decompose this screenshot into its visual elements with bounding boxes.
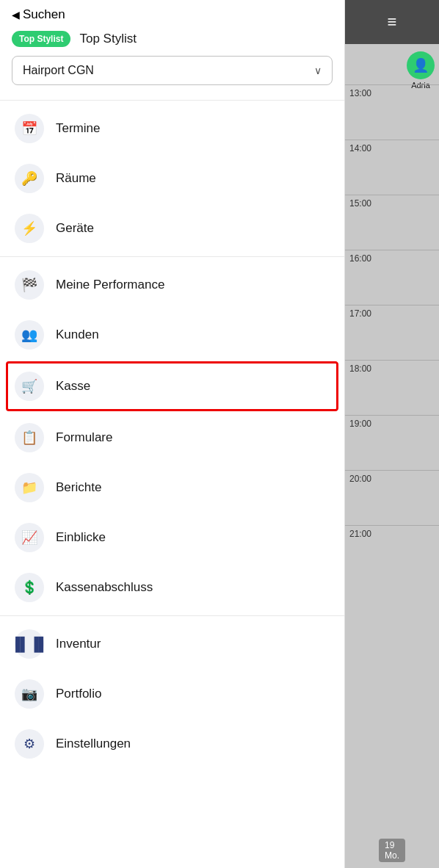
chevron-down-icon: ∨ bbox=[314, 65, 322, 76]
time-slot-1800: 18:00 bbox=[345, 360, 439, 415]
date-badge: 19Mo. bbox=[379, 839, 405, 862]
raeume-label: Räume bbox=[56, 171, 96, 186]
time-label-1900: 19:00 bbox=[349, 419, 371, 429]
einstellungen-label: Einstellungen bbox=[56, 737, 131, 751]
calendar-footer: 19Mo. bbox=[345, 833, 439, 868]
formulare-label: Formulare bbox=[56, 430, 112, 445]
menu-item-inventur[interactable]: ▐▌▐▌Inventur bbox=[0, 619, 344, 669]
menu-item-portfolio[interactable]: 📷Portfolio bbox=[0, 669, 344, 719]
time-label-1400: 14:00 bbox=[349, 143, 371, 153]
geraete-label: Geräte bbox=[56, 221, 94, 236]
menu-item-formulare[interactable]: 📋Formulare bbox=[0, 413, 344, 463]
geraete-icon: ⚡ bbox=[15, 214, 44, 243]
menu-list: 📅Termine🔑Räume⚡Geräte🏁Meine Performance👥… bbox=[0, 104, 344, 868]
divider-top bbox=[0, 100, 344, 101]
meine-performance-label: Meine Performance bbox=[56, 278, 164, 292]
calendar-content: 👤 Adria 13:0014:0015:0016:0017:0018:0019… bbox=[345, 44, 439, 833]
menu-item-kunden[interactable]: 👥Kunden bbox=[0, 310, 344, 360]
time-slot-1400: 14:00 bbox=[345, 140, 439, 195]
time-slot-2100: 21:00 bbox=[345, 525, 439, 580]
stylist-name: Top Stylist bbox=[79, 32, 136, 46]
time-label-1700: 17:00 bbox=[349, 308, 371, 319]
portfolio-label: Portfolio bbox=[56, 687, 101, 701]
meine-performance-icon: 🏁 bbox=[15, 270, 44, 300]
back-button[interactable]: ◀ Suchen bbox=[12, 7, 65, 22]
termine-label: Termine bbox=[56, 121, 100, 136]
time-slot-1500: 15:00 bbox=[345, 195, 439, 250]
time-slot-2000: 20:00 bbox=[345, 470, 439, 525]
menu-item-einblicke[interactable]: 📈Einblicke bbox=[0, 513, 344, 563]
menu-item-kassenabschluss[interactable]: 💲Kassenabschluss bbox=[0, 563, 344, 612]
back-label: Suchen bbox=[23, 7, 65, 22]
time-slot-1600: 16:00 bbox=[345, 250, 439, 305]
inventur-label: Inventur bbox=[56, 637, 101, 651]
divider-geraete bbox=[0, 256, 344, 257]
inventur-icon: ▐▌▐▌ bbox=[15, 629, 44, 659]
einblicke-icon: 📈 bbox=[15, 523, 44, 552]
time-label-1600: 16:00 bbox=[349, 253, 371, 264]
time-label-2000: 20:00 bbox=[349, 474, 371, 484]
time-slot-1700: 17:00 bbox=[345, 305, 439, 360]
kunden-label: Kunden bbox=[56, 328, 99, 342]
kasse-icon: 🛒 bbox=[15, 372, 44, 401]
back-arrow-icon: ◀ bbox=[12, 9, 20, 21]
kassenabschluss-icon: 💲 bbox=[15, 573, 44, 602]
menu-item-raeume[interactable]: 🔑Räume bbox=[0, 153, 344, 203]
avatar-icon: 👤 bbox=[413, 57, 429, 73]
location-name: Hairport CGN bbox=[23, 64, 94, 77]
time-label-1500: 15:00 bbox=[349, 198, 371, 209]
kassenabschluss-label: Kassenabschluss bbox=[56, 580, 153, 595]
avatar: 👤 bbox=[407, 51, 435, 79]
location-dropdown[interactable]: Hairport CGN ∨ bbox=[12, 56, 333, 85]
time-slots: 13:0014:0015:0016:0017:0018:0019:0020:00… bbox=[345, 44, 439, 580]
right-header: ≡ bbox=[345, 0, 439, 44]
kunden-icon: 👥 bbox=[15, 320, 44, 350]
sidebar-header: ◀ Suchen bbox=[0, 0, 344, 26]
time-label-2100: 21:00 bbox=[349, 529, 371, 539]
einblicke-label: Einblicke bbox=[56, 530, 106, 545]
portfolio-icon: 📷 bbox=[15, 679, 44, 709]
menu-item-berichte[interactable]: 📁Berichte bbox=[0, 463, 344, 513]
top-stylist-badge: Top Stylist bbox=[12, 31, 70, 47]
menu-item-einstellungen[interactable]: ⚙Einstellungen bbox=[0, 719, 344, 769]
menu-item-meine-performance[interactable]: 🏁Meine Performance bbox=[0, 260, 344, 310]
berichte-label: Berichte bbox=[56, 480, 101, 495]
right-panel: ≡ 👤 Adria 13:0014:0015:0016:0017:0018:00… bbox=[345, 0, 439, 868]
time-label-1800: 18:00 bbox=[349, 364, 371, 374]
menu-item-geraete[interactable]: ⚡Geräte bbox=[0, 203, 344, 253]
divider-kassenabschluss bbox=[0, 615, 344, 616]
menu-item-termine[interactable]: 📅Termine bbox=[0, 104, 344, 153]
raeume-icon: 🔑 bbox=[15, 164, 44, 193]
kasse-label: Kasse bbox=[56, 379, 90, 394]
termine-icon: 📅 bbox=[15, 114, 44, 143]
einstellungen-icon: ⚙ bbox=[15, 729, 44, 759]
time-label-1300: 13:00 bbox=[349, 88, 371, 98]
time-slot-1300: 13:00 bbox=[345, 84, 439, 140]
sidebar: ◀ Suchen Top Stylist Top Stylist Hairpor… bbox=[0, 0, 345, 868]
formulare-icon: 📋 bbox=[15, 423, 44, 452]
stylist-area: Top Stylist Top Stylist bbox=[0, 26, 344, 56]
berichte-icon: 📁 bbox=[15, 473, 44, 502]
menu-item-kasse[interactable]: 🛒Kasse bbox=[6, 361, 338, 411]
hamburger-icon[interactable]: ≡ bbox=[388, 12, 397, 32]
time-slot-1900: 19:00 bbox=[345, 415, 439, 470]
